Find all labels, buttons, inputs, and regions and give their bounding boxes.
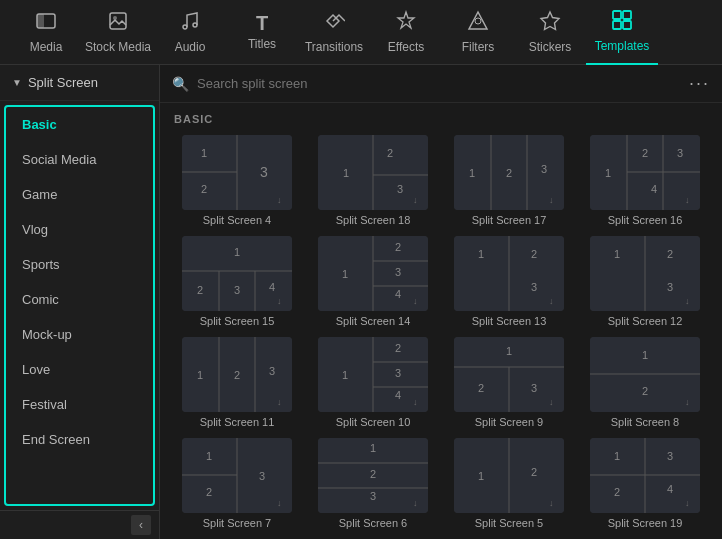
sidebar-item-basic[interactable]: Basic	[6, 107, 153, 142]
thumb-split-screen-11: 1 2 3 ↓	[182, 337, 292, 412]
svg-text:1: 1	[642, 349, 648, 361]
svg-rect-11	[623, 21, 631, 29]
list-item[interactable]: 1 2 3 ↓ Split Screen 9	[446, 337, 572, 428]
nav-item-filters[interactable]: Filters	[442, 0, 514, 65]
main-layout: ▼ Split Screen Basic Social Media Game V…	[0, 65, 722, 539]
list-item[interactable]: 1 2 3 ↓ Split Screen 18	[310, 135, 436, 226]
grid-label: Split Screen 12	[608, 315, 683, 327]
svg-text:2: 2	[197, 284, 203, 296]
svg-text:3: 3	[667, 450, 673, 462]
list-item[interactable]: 1 2 3 4 ↓ Split Screen 15	[174, 236, 300, 327]
section-label: BASIC	[174, 113, 708, 125]
sidebar-item-love[interactable]: Love	[6, 352, 153, 387]
sidebar-title: Split Screen	[28, 75, 98, 90]
svg-text:2: 2	[395, 342, 401, 354]
thumb-split-screen-6: 1 2 3 ↓	[318, 438, 428, 513]
list-item[interactable]: 1 2 3 ↓ Split Screen 17	[446, 135, 572, 226]
sidebar-bottom: ‹	[0, 510, 159, 539]
list-item[interactable]: 1 2 3 4 ↓ Split Screen 16	[582, 135, 708, 226]
audio-icon	[179, 10, 201, 36]
svg-text:1: 1	[206, 450, 212, 462]
content-area: 🔍 ··· BASIC 1 2 3	[160, 65, 722, 539]
list-item[interactable]: 1 2 ↓ Split Screen 5	[446, 438, 572, 529]
list-item[interactable]: 1 2 ↓ Split Screen 8	[582, 337, 708, 428]
titles-icon: T	[256, 13, 268, 33]
sidebar-item-mock-up[interactable]: Mock-up	[6, 317, 153, 352]
svg-text:1: 1	[342, 268, 348, 280]
list-item[interactable]: 1 2 3 4 ↓ Split Screen 14	[310, 236, 436, 327]
svg-text:↓: ↓	[277, 296, 282, 306]
collapse-button[interactable]: ‹	[131, 515, 151, 535]
svg-text:↓: ↓	[549, 498, 554, 508]
nav-item-stock-media[interactable]: Stock Media	[82, 0, 154, 65]
nav-label-media: Media	[30, 40, 63, 54]
svg-text:3: 3	[677, 147, 683, 159]
list-item[interactable]: 1 2 3 4 ↓ Split Screen 10	[310, 337, 436, 428]
list-item[interactable]: 1 2 3 4 ↓ Split Screen 19	[582, 438, 708, 529]
list-item[interactable]: 1 2 3 ↓ Split Screen 6	[310, 438, 436, 529]
svg-text:↓: ↓	[549, 296, 554, 306]
nav-item-titles[interactable]: T Titles	[226, 0, 298, 65]
sidebar-item-vlog[interactable]: Vlog	[6, 212, 153, 247]
nav-item-transitions[interactable]: Transitions	[298, 0, 370, 65]
filters-icon	[467, 10, 489, 36]
sidebar-item-festival[interactable]: Festival	[6, 387, 153, 422]
svg-text:1: 1	[469, 167, 475, 179]
list-item[interactable]: 1 2 3 ↓ Split Screen 11	[174, 337, 300, 428]
nav-label-filters: Filters	[462, 40, 495, 54]
svg-text:3: 3	[541, 163, 547, 175]
thumb-split-screen-5: 1 2 ↓	[454, 438, 564, 513]
list-item[interactable]: 1 2 3 ↓ Split Screen 12	[582, 236, 708, 327]
chevron-icon: ▼	[12, 77, 22, 88]
svg-text:2: 2	[531, 248, 537, 260]
nav-item-media[interactable]: Media	[10, 0, 82, 65]
nav-label-stock-media: Stock Media	[85, 40, 151, 54]
search-input[interactable]	[197, 76, 681, 91]
svg-text:1: 1	[478, 248, 484, 260]
list-item[interactable]: 1 2 3 ↓ Split Screen 13	[446, 236, 572, 327]
svg-text:1: 1	[197, 369, 203, 381]
nav-label-audio: Audio	[175, 40, 206, 54]
svg-text:4: 4	[651, 183, 657, 195]
svg-text:1: 1	[201, 147, 207, 159]
sidebar-list: Basic Social Media Game Vlog Sports Comi…	[4, 105, 155, 506]
thumb-split-screen-12: 1 2 3 ↓	[590, 236, 700, 311]
svg-text:↓: ↓	[413, 498, 418, 508]
svg-text:3: 3	[531, 382, 537, 394]
sidebar-item-comic[interactable]: Comic	[6, 282, 153, 317]
thumb-split-screen-15: 1 2 3 4 ↓	[182, 236, 292, 311]
thumb-split-screen-4: 1 2 3 ↓	[182, 135, 292, 210]
sidebar-item-end-screen[interactable]: End Screen	[6, 422, 153, 457]
svg-text:↓: ↓	[685, 195, 690, 205]
svg-text:2: 2	[201, 183, 207, 195]
thumb-split-screen-8: 1 2 ↓	[590, 337, 700, 412]
search-bar: 🔍 ···	[160, 65, 722, 103]
nav-item-templates[interactable]: Templates	[586, 0, 658, 65]
sidebar: ▼ Split Screen Basic Social Media Game V…	[0, 65, 160, 539]
svg-text:↓: ↓	[685, 397, 690, 407]
svg-text:1: 1	[614, 450, 620, 462]
svg-text:2: 2	[370, 468, 376, 480]
svg-text:2: 2	[478, 382, 484, 394]
svg-text:4: 4	[395, 389, 401, 401]
nav-item-stickers[interactable]: Stickers	[514, 0, 586, 65]
sidebar-item-game[interactable]: Game	[6, 177, 153, 212]
media-icon	[35, 10, 57, 36]
nav-item-audio[interactable]: Audio	[154, 0, 226, 65]
list-item[interactable]: 1 2 3 ↓ Split Screen 7	[174, 438, 300, 529]
grid-area: BASIC 1 2 3 ↓ S	[160, 103, 722, 539]
sidebar-item-social-media[interactable]: Social Media	[6, 142, 153, 177]
sidebar-item-sports[interactable]: Sports	[6, 247, 153, 282]
stickers-icon	[539, 10, 561, 36]
more-button[interactable]: ···	[689, 73, 710, 94]
svg-rect-9	[623, 11, 631, 19]
svg-text:2: 2	[387, 147, 393, 159]
svg-text:1: 1	[234, 246, 240, 258]
nav-item-effects[interactable]: Effects	[370, 0, 442, 65]
svg-text:2: 2	[395, 241, 401, 253]
svg-text:↓: ↓	[685, 296, 690, 306]
list-item[interactable]: 1 2 3 ↓ Split Screen 4	[174, 135, 300, 226]
nav-label-titles: Titles	[248, 37, 276, 51]
svg-text:3: 3	[260, 164, 268, 180]
svg-text:2: 2	[506, 167, 512, 179]
